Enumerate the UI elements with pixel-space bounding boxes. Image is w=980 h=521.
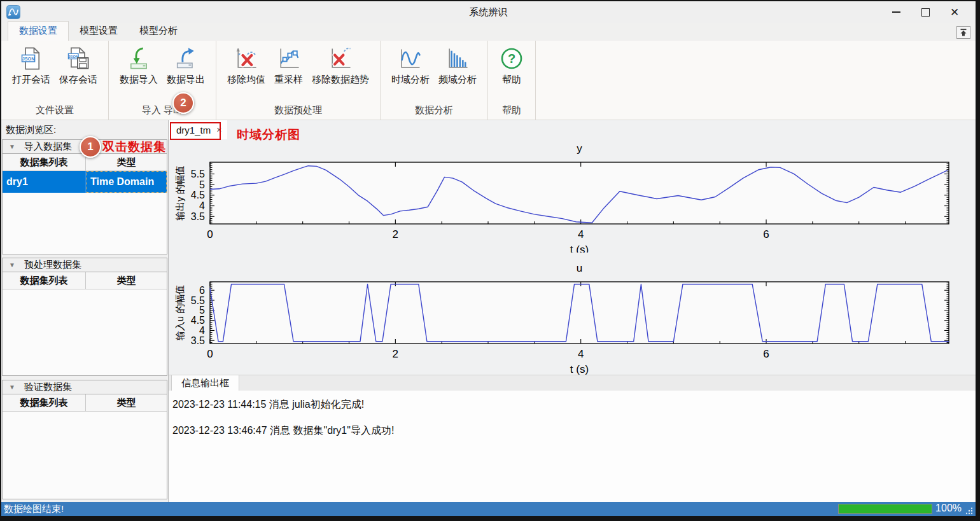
ribbon-tab-data-settings[interactable]: 数据设置 — [8, 21, 69, 41]
remove-mean-icon — [234, 46, 259, 71]
main-area: dry1_tm × y输出y 的幅值t (s)02463.544.555.5 u… — [169, 120, 976, 502]
svg-text:4: 4 — [578, 348, 584, 360]
imported-datasets-table: 数据集列表 类型 dry1 Time Domain — [2, 154, 167, 254]
frequency-domain-analysis-button[interactable]: 频域分析 — [434, 46, 481, 86]
svg-text:6: 6 — [763, 348, 769, 360]
svg-text:5.5: 5.5 — [191, 295, 205, 306]
minimize-button[interactable] — [881, 3, 911, 22]
svg-text:JSON: JSON — [22, 56, 35, 62]
group-label-preprocessing: 数据预处理 — [216, 103, 380, 120]
save-session-icon: JSON — [66, 46, 91, 71]
section-header-validation-datasets[interactable]: ▼ 验证数据集 — [2, 380, 167, 394]
svg-text:y: y — [577, 142, 582, 155]
maximize-icon — [921, 8, 930, 17]
resample-button[interactable]: 重采样 — [270, 46, 307, 86]
resample-label: 重采样 — [274, 74, 303, 86]
svg-text:2: 2 — [393, 348, 398, 360]
collapse-ribbon-button[interactable] — [956, 26, 970, 39]
maximize-button[interactable] — [911, 3, 940, 22]
progress-percent-label: 100% — [935, 503, 962, 514]
chevron-down-icon: ▼ — [9, 143, 15, 150]
svg-text:4: 4 — [199, 325, 205, 336]
save-session-label: 保存会话 — [59, 74, 97, 86]
column-header-type: 类型 — [86, 272, 167, 289]
svg-text:4: 4 — [578, 228, 584, 240]
svg-text:3.5: 3.5 — [191, 335, 205, 346]
section-label: 预处理数据集 — [24, 259, 81, 271]
data-browser-sidebar: 数据浏览区: ▼ 导入数据集 数据集列表 类型 dry1 Time Domain — [1, 120, 169, 502]
svg-text:2: 2 — [393, 228, 398, 240]
input-u-chart: u输入u 的幅值t (s)02463.544.555.56 — [171, 259, 960, 375]
tutorial-step-1-badge: 1 — [80, 136, 101, 158]
validation-datasets-table: 数据集列表 类型 — [2, 394, 167, 499]
group-label-analysis: 数据分析 — [381, 103, 487, 120]
dataset-type-cell[interactable]: Time Domain — [86, 171, 167, 193]
ribbon-group-import-export: 数据导入 数据导出 导入 导出 — [109, 41, 216, 120]
close-icon: ✕ — [950, 7, 959, 18]
section-header-preprocessed-datasets[interactable]: ▼ 预处理数据集 — [2, 258, 167, 272]
resample-icon — [276, 46, 302, 71]
table-row-dry1[interactable]: dry1 Time Domain — [3, 171, 167, 193]
collapse-ribbon-icon — [959, 28, 968, 37]
help-label: 帮助 — [502, 74, 521, 86]
status-message: 数据绘图结束! — [1, 503, 64, 515]
section-label: 验证数据集 — [24, 381, 72, 393]
svg-text:4: 4 — [199, 200, 205, 211]
progress-bar — [838, 504, 932, 514]
chevron-down-icon: ▼ — [9, 261, 15, 268]
svg-text:6: 6 — [763, 228, 769, 240]
help-icon: ? — [499, 46, 524, 71]
sidebar-title: 数据浏览区: — [2, 122, 167, 139]
minimize-icon — [892, 11, 900, 13]
ribbon-group-file-settings: JSON 打开会话 JSON — [1, 41, 109, 120]
group-label-file-settings: 文件设置 — [1, 103, 108, 120]
preprocessed-datasets-table: 数据集列表 类型 — [2, 272, 167, 376]
resize-grip[interactable] — [965, 507, 973, 515]
open-session-button[interactable]: JSON 打开会话 — [8, 46, 55, 86]
ribbon-tab-model-settings[interactable]: 模型设置 — [69, 22, 129, 41]
time-domain-icon — [398, 46, 423, 71]
help-button[interactable]: ? 帮助 — [494, 46, 529, 86]
tutorial-step-2-badge: 2 — [172, 92, 194, 114]
open-session-label: 打开会话 — [12, 74, 50, 86]
log-message: 2023-12-23 13:46:47 消息 数据集"dry1"导入成功! — [172, 424, 976, 438]
svg-text:u: u — [577, 262, 582, 274]
close-button[interactable]: ✕ — [940, 3, 969, 22]
column-header-type: 类型 — [86, 394, 167, 411]
time-domain-analysis-button[interactable]: 时域分析 — [387, 46, 434, 86]
svg-text:0: 0 — [207, 348, 213, 360]
tutorial-note-double-click-dataset: 双击数据集 — [102, 139, 166, 155]
svg-text:JSON: JSON — [68, 54, 79, 59]
remove-mean-button[interactable]: 移除均值 — [223, 46, 270, 86]
dataset-name-cell[interactable]: dry1 — [3, 171, 86, 193]
data-export-button[interactable]: 数据导出 — [162, 46, 209, 86]
column-header-type: 类型 — [86, 154, 167, 170]
svg-text:4.5: 4.5 — [191, 190, 205, 200]
plot-panel: y输出y 的幅值t (s)02463.544.555.5 u输入u 的幅值t (… — [169, 139, 976, 375]
ribbon: JSON 打开会话 JSON — [1, 41, 976, 120]
tutorial-note-time-domain-plot: 时域分析图 — [237, 127, 300, 143]
log-message: 2023-12-23 11:44:15 消息 julia初始化完成! — [172, 398, 976, 412]
detrend-label: 移除数据趋势 — [312, 74, 369, 86]
time-domain-label: 时域分析 — [391, 74, 430, 86]
column-header-dataset-list: 数据集列表 — [3, 272, 86, 289]
data-import-button[interactable]: 数据导入 — [115, 46, 162, 86]
group-label-help: 帮助 — [488, 103, 535, 120]
app-window: 系统辨识 ✕ 数据设置 模型设置 模型分析 — [0, 0, 980, 521]
ribbon-group-help: ? 帮助 帮助 — [488, 41, 536, 120]
svg-text:5: 5 — [199, 179, 205, 190]
detrend-icon — [328, 46, 353, 71]
ribbon-tab-bar: 数据设置 模型设置 模型分析 — [1, 23, 976, 41]
save-session-button[interactable]: JSON 保存会话 — [55, 46, 102, 86]
svg-text:3.5: 3.5 — [191, 211, 205, 222]
section-label: 导入数据集 — [24, 141, 72, 153]
ribbon-tab-model-analysis[interactable]: 模型分析 — [129, 22, 188, 41]
tab-info-output[interactable]: 信息输出框 — [171, 375, 239, 391]
svg-text:?: ? — [508, 52, 515, 66]
frequency-domain-icon — [445, 46, 470, 71]
detrend-button[interactable]: 移除数据趋势 — [307, 46, 374, 86]
ribbon-group-analysis: 时域分析 频域分析 数据分析 — [381, 41, 488, 120]
svg-text:4.5: 4.5 — [191, 315, 205, 326]
svg-text:输出y 的幅值: 输出y 的幅值 — [174, 165, 185, 221]
info-tab-bar: 信息输出框 — [169, 375, 976, 391]
